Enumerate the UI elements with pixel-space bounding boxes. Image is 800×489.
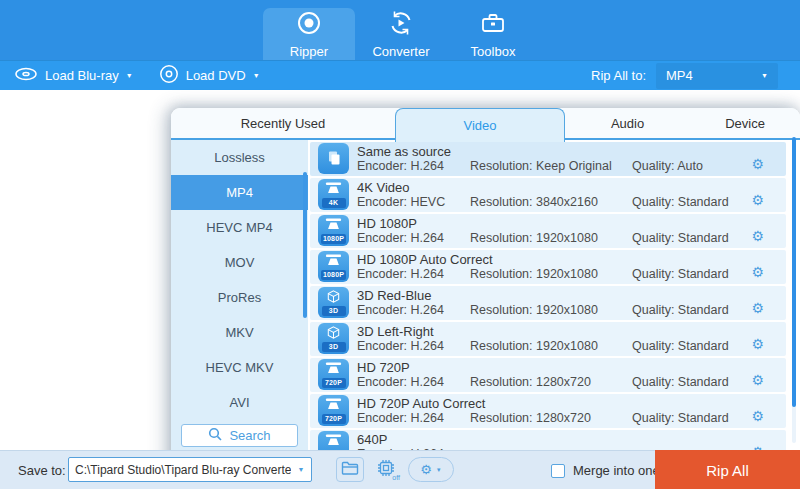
caret-down-icon: ▼ <box>436 467 442 473</box>
copy-icon <box>318 143 349 174</box>
profile-resolution: Resolution: 1920x1080 <box>470 267 598 281</box>
resolution-badge: 3D <box>322 342 346 352</box>
profile-name: HD 1080P <box>357 216 417 231</box>
gear-icon[interactable]: ⚙ <box>751 157 764 171</box>
rip-all-to-select[interactable]: MP4 ▼ <box>656 63 778 89</box>
save-path-input[interactable]: C:\Tipard Studio\Tipard Blu-ray Converte… <box>68 457 312 482</box>
caret-down-icon[interactable]: ▼ <box>291 466 311 473</box>
profile-quality: Quality: Standard <box>632 411 729 425</box>
profile-name: HD 720P <box>357 360 410 375</box>
rip-all-button[interactable]: Rip All <box>655 450 800 489</box>
profile-name: Same as source <box>357 144 451 159</box>
format-search-box[interactable]: Search <box>181 424 298 447</box>
save-to-label: Save to: <box>18 463 66 478</box>
profile-encoder: Encoder: HEVC <box>357 195 445 209</box>
nav-tab-converter[interactable]: Converter <box>355 8 447 60</box>
tab-device[interactable]: Device <box>690 108 800 138</box>
sidebar-item-mkv[interactable]: MKV <box>171 315 308 350</box>
sidebar-item-prores[interactable]: ProRes <box>171 280 308 315</box>
top-nav-bar: Ripper Converter Toolbox <box>0 0 800 60</box>
screen-icon: 4K <box>318 179 349 210</box>
profile-resolution: Resolution: 1280x720 <box>470 411 591 425</box>
profile-row-4k-video[interactable]: 4K 4K Video Encoder: HEVC Resolution: 38… <box>310 178 786 212</box>
profile-row-hd-1080p-auto-correct[interactable]: 1080P HD 1080P Auto Correct Encoder: H.2… <box>310 250 786 284</box>
sidebar-item-mp4[interactable]: MP4 <box>171 175 308 210</box>
tab-recently-used[interactable]: Recently Used <box>171 108 395 138</box>
merge-checkbox[interactable] <box>551 464 565 478</box>
resolution-badge: 3D <box>322 306 346 316</box>
load-bluray-button[interactable]: Load Blu-ray ▼ <box>14 66 133 85</box>
record-icon <box>296 10 322 40</box>
profile-name: 3D Left-Right <box>357 324 434 339</box>
settings-menu-button[interactable]: ⚙ ▼ <box>408 457 454 482</box>
rip-all-to-label: Rip All to: <box>591 68 646 83</box>
profile-resolution: Resolution: 1920x1080 <box>470 303 598 317</box>
profile-quality: Quality: Standard <box>632 195 729 209</box>
profile-resolution: Resolution: 1920x1080 <box>470 231 598 245</box>
bluray-disc-icon <box>14 66 38 85</box>
format-picker-panel: Recently Used Video Audio Device Lossles… <box>171 108 800 489</box>
save-path-value: C:\Tipard Studio\Tipard Blu-ray Converte… <box>69 463 291 477</box>
nav-tab-toolbox[interactable]: Toolbox <box>447 8 539 60</box>
dvd-disc-icon <box>159 64 179 87</box>
main-nav-tabs: Ripper Converter Toolbox <box>263 0 539 60</box>
profile-row-hd-720p-auto-correct[interactable]: 720P HD 720P Auto Correct Encoder: H.264… <box>310 394 786 428</box>
profile-row-hd-1080p[interactable]: 1080P HD 1080P Encoder: H.264 Resolution… <box>310 214 786 248</box>
gpu-acceleration-button[interactable]: off <box>372 457 400 482</box>
bottom-bar: Save to: C:\Tipard Studio\Tipard Blu-ray… <box>0 450 800 489</box>
profile-row-3d-left-right[interactable]: 3D 3D Left-Right Encoder: H.264 Resoluti… <box>310 322 786 356</box>
sidebar-item-avi[interactable]: AVI <box>171 385 308 420</box>
gear-icon[interactable]: ⚙ <box>751 229 764 243</box>
caret-down-icon: ▼ <box>761 72 768 79</box>
profile-encoder: Encoder: H.264 <box>357 303 444 317</box>
nav-tab-label: Converter <box>372 44 429 59</box>
screen-icon: 1080P <box>318 251 349 282</box>
profile-name: HD 720P Auto Correct <box>357 396 485 411</box>
gear-icon: ⚙ <box>420 463 432 476</box>
profile-encoder: Encoder: H.264 <box>357 411 444 425</box>
screen-icon: 720P <box>318 395 349 426</box>
nav-tab-label: Toolbox <box>471 44 516 59</box>
rip-all-to-group: Rip All to: MP4 ▼ <box>591 63 786 89</box>
list-scrollbar-thumb[interactable] <box>792 137 796 407</box>
rip-all-to-value: MP4 <box>666 68 693 83</box>
profile-encoder: Encoder: H.264 <box>357 231 444 245</box>
screen-icon: 1080P <box>318 215 349 246</box>
sidebar-scrollbar[interactable] <box>303 172 307 318</box>
profile-quality: Quality: Standard <box>632 375 729 389</box>
gear-icon[interactable]: ⚙ <box>751 193 764 207</box>
sidebar-item-lossless[interactable]: Lossless <box>171 140 308 175</box>
load-dvd-label: Load DVD <box>186 68 246 83</box>
profile-row-hd-720p[interactable]: 720P HD 720P Encoder: H.264 Resolution: … <box>310 358 786 392</box>
sidebar-item-mov[interactable]: MOV <box>171 245 308 280</box>
profile-quality: Quality: Standard <box>632 303 729 317</box>
search-label: Search <box>229 428 270 443</box>
profile-row-3d-red-blue[interactable]: 3D 3D Red-Blue Encoder: H.264 Resolution… <box>310 286 786 320</box>
profile-quality: Quality: Standard <box>632 231 729 245</box>
profile-quality: Quality: Standard <box>632 339 729 353</box>
cube-icon: 3D <box>318 287 349 318</box>
profile-row-same-as-source[interactable]: Same as source Encoder: H.264 Resolution… <box>310 142 786 176</box>
nav-tab-label: Ripper <box>290 44 328 59</box>
search-icon <box>208 427 222 444</box>
profile-list: Same as source Encoder: H.264 Resolution… <box>308 140 800 487</box>
gear-icon[interactable]: ⚙ <box>751 265 764 279</box>
nav-tab-ripper[interactable]: Ripper <box>263 8 355 60</box>
format-panel-body: Lossless MP4 HEVC MP4 MOV ProRes MKV HEV… <box>171 140 800 487</box>
gear-icon[interactable]: ⚙ <box>751 301 764 315</box>
open-folder-button[interactable] <box>336 457 364 482</box>
format-sidebar: Lossless MP4 HEVC MP4 MOV ProRes MKV HEV… <box>171 140 308 487</box>
gear-icon[interactable]: ⚙ <box>751 373 764 387</box>
tab-audio[interactable]: Audio <box>565 108 690 138</box>
tab-video[interactable]: Video <box>395 108 565 142</box>
cube-icon: 3D <box>318 323 349 354</box>
screen-icon: 720P <box>318 359 349 390</box>
sidebar-item-hevc-mp4[interactable]: HEVC MP4 <box>171 210 308 245</box>
load-dvd-button[interactable]: Load DVD ▼ <box>159 64 260 87</box>
sidebar-item-hevc-mkv[interactable]: HEVC MKV <box>171 350 308 385</box>
gear-icon[interactable]: ⚙ <box>751 409 764 423</box>
load-bluray-label: Load Blu-ray <box>45 68 119 83</box>
profile-quality: Quality: Auto <box>632 159 703 173</box>
profile-encoder: Encoder: H.264 <box>357 267 444 281</box>
gear-icon[interactable]: ⚙ <box>751 337 764 351</box>
